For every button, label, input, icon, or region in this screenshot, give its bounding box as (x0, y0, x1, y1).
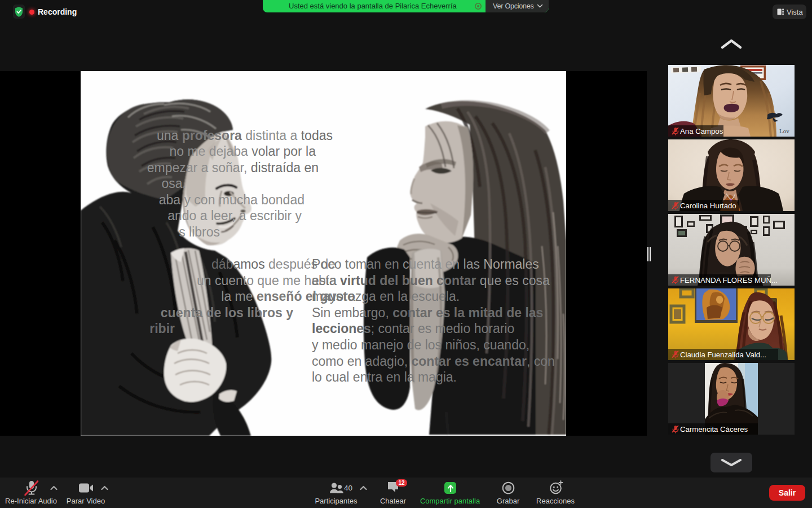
svg-text:no me dejaba volar por la: no me dejaba volar por la (169, 144, 316, 159)
svg-text:Carolina Hurtado: Carolina Hurtado (680, 202, 736, 210)
svg-text:aba y con mucha bondad: aba y con mucha bondad (159, 192, 304, 207)
svg-text:Carmencita Cáceres: Carmencita Cáceres (680, 425, 748, 433)
svg-text:Ana Campos: Ana Campos (680, 127, 723, 135)
svg-text:y medio manejo de los niños, c: y medio manejo de los niños, cuando, (312, 338, 529, 352)
svg-text:Lov: Lov (779, 128, 789, 134)
svg-text:empezar a soñar, distraída en: empezar a soñar, distraída en (147, 160, 319, 175)
svg-text:Sin embargo, contar es la mita: Sin embargo, contar es la mitad de las (312, 305, 543, 320)
svg-text:Claudia Fuenzalida Vald...: Claudia Fuenzalida Vald... (680, 351, 766, 359)
svg-text:s libros: s libros (179, 225, 220, 239)
svg-text:Poco toman en cuenta en las No: Poco toman en cuenta en las Normales (312, 257, 539, 271)
svg-text:FERNANDA FLORES MUÑ...: FERNANDA FLORES MUÑ... (680, 276, 778, 284)
svg-text:como en adagio, contar es enca: como en adagio, contar es encantar, con (312, 354, 555, 369)
svg-text:lo cual entra en la magia.: lo cual entra en la magia. (312, 370, 457, 384)
svg-text:ribir: ribir (149, 321, 175, 336)
svg-text:mayorazga en la escuela.: mayorazga en la escuela. (312, 289, 460, 304)
svg-text:esta virtud del buen contar qu: esta virtud del buen contar que es cosa (312, 273, 550, 288)
svg-text:ando a leer, a escribir y: ando a leer, a escribir y (167, 208, 302, 223)
svg-text:una profesora distinta a todas: una profesora distinta a todas (157, 128, 333, 143)
svg-text:cuenta de los libros y: cuenta de los libros y (161, 305, 293, 320)
svg-text:osa.: osa. (162, 176, 186, 191)
svg-text:lecciones; contar es medio hor: lecciones; contar es medio horario (312, 321, 514, 336)
